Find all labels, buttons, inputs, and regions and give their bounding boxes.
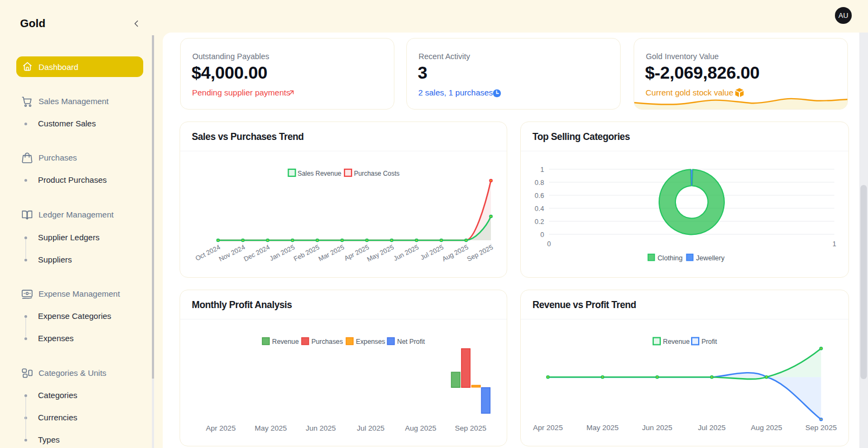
svg-text:0: 0 <box>540 231 544 239</box>
svg-text:Apr 2025: Apr 2025 <box>343 244 371 263</box>
svg-text:Clothing: Clothing <box>658 254 682 262</box>
svg-text:Jul 2025: Jul 2025 <box>357 424 385 432</box>
svg-text:Nov 2024: Nov 2024 <box>218 244 246 263</box>
svg-text:Apr 2025: Apr 2025 <box>533 424 563 432</box>
svg-text:1: 1 <box>833 240 837 248</box>
svg-text:Mar 2025: Mar 2025 <box>317 244 346 263</box>
svg-text:Purchase Costs: Purchase Costs <box>354 170 400 177</box>
svg-text:Sales Revenue: Sales Revenue <box>298 170 342 177</box>
svg-text:Expenses: Expenses <box>356 338 385 345</box>
svg-text:Aug 2025: Aug 2025 <box>405 424 436 432</box>
svg-text:May 2025: May 2025 <box>586 424 618 432</box>
svg-text:Revenue: Revenue <box>272 338 299 345</box>
svg-text:Sep 2025: Sep 2025 <box>806 424 837 432</box>
svg-text:1: 1 <box>540 166 544 174</box>
svg-text:May 2025: May 2025 <box>254 424 286 432</box>
svg-text:Sep 2025: Sep 2025 <box>455 424 487 432</box>
svg-text:Jun 2025: Jun 2025 <box>305 424 336 432</box>
svg-text:Jan 2025: Jan 2025 <box>269 244 296 263</box>
svg-text:Aug 2025: Aug 2025 <box>751 424 782 432</box>
svg-text:0.2: 0.2 <box>535 218 544 226</box>
svg-text:Feb 2025: Feb 2025 <box>292 244 321 263</box>
svg-text:Oct 2024: Oct 2024 <box>194 244 222 263</box>
svg-text:Purchases: Purchases <box>311 338 343 345</box>
svg-text:Jul 2025: Jul 2025 <box>698 424 726 432</box>
svg-text:Sep 2025: Sep 2025 <box>465 244 494 263</box>
svg-text:0: 0 <box>547 240 551 248</box>
svg-text:Apr 2025: Apr 2025 <box>206 424 236 432</box>
svg-text:Profit: Profit <box>701 338 717 345</box>
svg-text:Jul 2025: Jul 2025 <box>419 244 445 261</box>
svg-text:0.8: 0.8 <box>535 179 544 187</box>
svg-text:May 2025: May 2025 <box>366 244 395 264</box>
svg-text:Dec 2024: Dec 2024 <box>242 244 271 263</box>
svg-text:0.4: 0.4 <box>535 205 544 213</box>
svg-text:0.6: 0.6 <box>535 192 544 200</box>
svg-text:Jun 2025: Jun 2025 <box>392 244 420 263</box>
svg-text:Aug 2025: Aug 2025 <box>441 244 470 263</box>
svg-text:Jewellery: Jewellery <box>696 254 725 262</box>
svg-text:Jun 2025: Jun 2025 <box>642 424 673 432</box>
svg-text:Revenue: Revenue <box>663 338 690 345</box>
svg-text:Net Profit: Net Profit <box>397 338 425 345</box>
